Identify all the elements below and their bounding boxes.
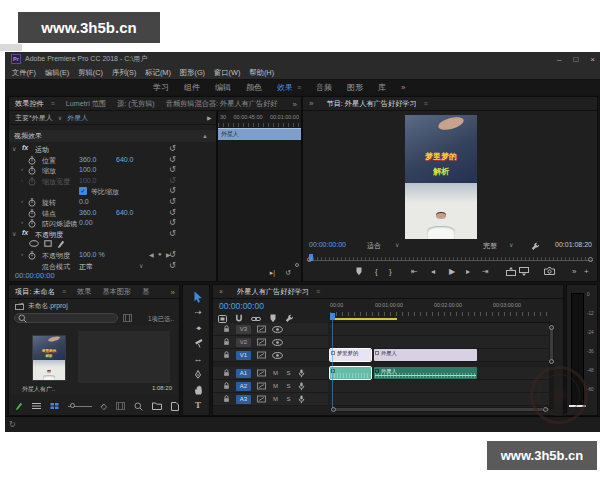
collapse-timeline-icon[interactable]: ▶: [207, 114, 212, 121]
eye-icon[interactable]: [272, 352, 283, 359]
video-clip[interactable]: 外星人: [374, 349, 477, 361]
stopwatch-icon[interactable]: [28, 156, 36, 165]
automate-to-sequence-button[interactable]: ◇: [101, 402, 107, 411]
expand-icon[interactable]: ›: [21, 177, 23, 183]
panel-tab-0[interactable]: 项目: 未命名≡: [15, 287, 66, 297]
sync-lock-icon[interactable]: [257, 351, 266, 359]
pen-tool[interactable]: [191, 368, 205, 381]
expand-icon[interactable]: ›: [21, 166, 23, 172]
add-button[interactable]: +: [584, 267, 589, 276]
menu-item-4[interactable]: 标记(M): [145, 68, 171, 78]
step-back-button[interactable]: ◂: [431, 267, 435, 276]
go-to-out-button[interactable]: ⇥: [482, 267, 489, 276]
type-tool[interactable]: T: [191, 399, 205, 412]
sync-lock-icon[interactable]: [257, 338, 266, 346]
mute-button[interactable]: M: [272, 383, 279, 389]
lock-icon[interactable]: [223, 369, 230, 377]
program-tab[interactable]: 节目: 外星人有广告好好学习 ≡: [326, 99, 427, 109]
sequence-tab[interactable]: 外星人有广告好好学习 ≡: [237, 287, 320, 297]
list-view-button[interactable]: [32, 402, 41, 410]
reset-icon[interactable]: ↺: [169, 144, 176, 153]
reset-icon[interactable]: ↺: [169, 155, 176, 164]
audio-clip[interactable]: [330, 367, 371, 379]
new-item-button[interactable]: [171, 402, 179, 411]
solo-button[interactable]: S: [285, 370, 292, 376]
blend-mode-select[interactable]: 正常: [79, 262, 93, 272]
track-lane[interactable]: [330, 336, 550, 349]
timeline-settings-icon[interactable]: [285, 314, 294, 323]
selection-tool[interactable]: [191, 290, 205, 303]
sync-lock-icon[interactable]: [257, 369, 266, 377]
reset-icon[interactable]: ↺: [169, 197, 176, 206]
panel-tab-3[interactable]: 音频剪辑混合器: 外星人有广告好好: [166, 99, 278, 109]
workspace-tab-5[interactable]: 音频: [316, 82, 332, 93]
track-lane[interactable]: [330, 380, 550, 393]
reset-icon[interactable]: ↺: [169, 261, 176, 270]
collapse-icon[interactable]: ∨: [12, 230, 16, 237]
pen-mask-icon[interactable]: [57, 240, 65, 248]
scroll-up-icon[interactable]: ▲: [202, 133, 208, 139]
stopwatch-icon[interactable]: [28, 209, 36, 218]
lock-icon[interactable]: [223, 325, 230, 333]
clip-name-label[interactable]: 外星人有广..: [22, 385, 55, 394]
param-value[interactable]: 100.0: [79, 177, 97, 184]
panel-menu-icon[interactable]: ≡: [316, 288, 320, 295]
export-frame-button[interactable]: [544, 267, 555, 275]
selected-clip-label[interactable]: 外星人: [67, 113, 88, 123]
nested-sequence-icon[interactable]: [218, 315, 227, 323]
stopwatch-icon[interactable]: [28, 177, 36, 186]
fx-badge-icon[interactable]: fx: [22, 229, 28, 236]
track-target-button[interactable]: V2: [236, 338, 251, 347]
param-value[interactable]: 100.0 %: [79, 251, 105, 258]
menu-item-3[interactable]: 序列(S): [112, 68, 136, 78]
linked-selection-icon[interactable]: [251, 315, 261, 323]
zoom-slider[interactable]: [68, 406, 92, 407]
scroll-handle-right[interactable]: [588, 257, 593, 262]
stopwatch-icon[interactable]: [28, 198, 36, 207]
program-video-preview[interactable]: 梦里梦的 解析: [405, 115, 477, 239]
reset-icon[interactable]: ↺: [169, 165, 176, 174]
stopwatch-icon[interactable]: [28, 219, 36, 228]
snap-icon[interactable]: [235, 314, 243, 323]
track-lane[interactable]: 外星人: [330, 367, 550, 380]
sync-lock-icon[interactable]: [257, 325, 266, 333]
solo-button[interactable]: S: [285, 383, 292, 389]
panel-menu-icon[interactable]: ≡: [51, 100, 55, 107]
panel-tab-3[interactable]: 基: [142, 287, 149, 297]
chevron-down-icon[interactable]: ∨: [395, 241, 399, 248]
reset-icon[interactable]: ↺: [169, 208, 176, 217]
panel-overflow-icon[interactable]: »: [309, 99, 313, 108]
play-button[interactable]: ▶: [449, 267, 455, 276]
scroll-handle[interactable]: [549, 359, 554, 364]
more-button[interactable]: »: [572, 267, 576, 276]
panel-menu-icon[interactable]: ≡: [297, 84, 301, 91]
marker-button[interactable]: [355, 267, 363, 276]
horizontal-scrollbar[interactable]: [330, 407, 550, 412]
lift-button[interactable]: [506, 267, 516, 276]
program-timecode[interactable]: 00:00:00:00: [309, 241, 346, 248]
track-target-button[interactable]: A2: [236, 382, 251, 391]
track-lane[interactable]: [330, 393, 550, 406]
workspace-tab-1[interactable]: 组件: [184, 82, 200, 93]
sync-lock-icon[interactable]: [257, 382, 266, 390]
uniform-scale-checkbox[interactable]: ✓: [79, 187, 87, 195]
film-button[interactable]: [116, 402, 125, 410]
param-value[interactable]: 640.0: [116, 156, 134, 163]
expand-icon[interactable]: ›: [21, 219, 23, 225]
audio-clip[interactable]: 外星人: [374, 367, 477, 379]
workspace-tab-2[interactable]: 编辑: [215, 82, 231, 93]
param-value[interactable]: 0.0: [79, 198, 89, 205]
track-target-button[interactable]: V3: [236, 325, 251, 334]
icon-view-button[interactable]: [50, 402, 59, 410]
scroll-handle-left[interactable]: [307, 257, 312, 262]
reset-icon[interactable]: ↺: [169, 176, 176, 185]
effect-controls-timecode[interactable]: 00:00:00:00: [15, 271, 55, 280]
panel-tab-0[interactable]: 效果控件≡: [15, 99, 55, 109]
mark-in-button[interactable]: {: [375, 267, 378, 276]
playhead-handle[interactable]: [330, 313, 335, 320]
menu-item-6[interactable]: 窗口(W): [214, 68, 240, 78]
slider-handle[interactable]: [70, 403, 75, 408]
workspace-overflow-icon[interactable]: »: [401, 83, 405, 92]
play-around-button[interactable]: ▸|: [270, 269, 275, 277]
panel-tab-1[interactable]: 效果: [77, 287, 91, 297]
